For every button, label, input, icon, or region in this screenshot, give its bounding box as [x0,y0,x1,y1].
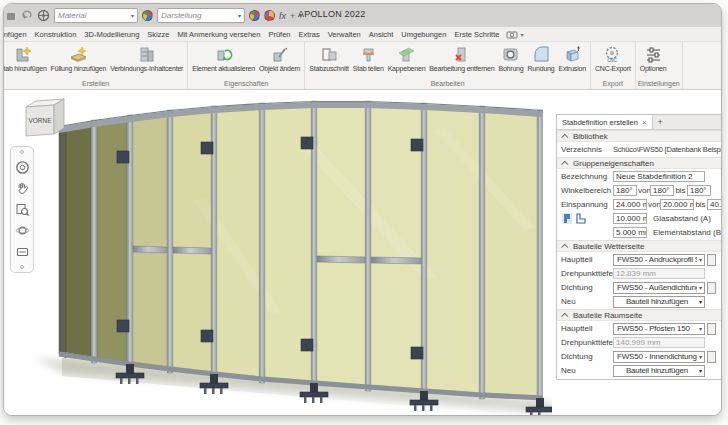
einspannung-input[interactable]: 24.000 mm [613,199,647,210]
add-infill-icon [69,45,88,64]
verzeichnis-label: Verzeichnis [561,145,613,154]
wetterseite-hauptteil-extra-button[interactable] [707,254,716,266]
wetterseite-dichtung-extra-button[interactable] [707,282,716,294]
chevron-down-icon: ▾ [699,298,702,305]
raumseite-neu-dropdown[interactable]: Bauteil hinzufügen ▾ [613,365,705,377]
element-spacing-profile-icon[interactable] [575,212,587,225]
glasabstand-input[interactable]: 10.000 mm [613,213,647,224]
fuellung-hinzufuegen-button[interactable]: Füllung hinzufügen [49,42,109,72]
chevron-down-icon: ▾ [699,353,702,360]
cnc-export-button[interactable]: CNC CNC-Export [593,42,633,72]
section-header-gruppeneigenschaften[interactable]: Gruppeneigenschaften [557,157,721,169]
bezeichnung-label: Bezeichnung [561,172,613,181]
material-sphere-icon[interactable] [142,10,153,21]
tab-ansicht[interactable]: Ansicht [365,30,398,39]
ribbon-group-label: Einstellungen [638,80,680,89]
raumseite-hauptteil-dropdown[interactable]: FWS50 - Pfosten 150 ▾ [613,323,705,335]
winkelbereich-input[interactable]: 180° [613,185,637,196]
add-quick-command-button[interactable]: + [290,11,295,21]
tab-skizze[interactable]: Skizze [143,30,173,39]
chevron-down-icon: ▾ [699,325,702,332]
navbar-options-dot-icon[interactable] [20,150,24,154]
kappebenen-button[interactable]: Kappebenen [386,42,428,72]
look-at-face-icon[interactable] [15,244,30,259]
split-profile-icon [359,45,378,64]
cnc-export-icon: CNC [603,45,622,64]
new-tab-button[interactable]: + [653,115,668,129]
camera-icon [506,30,518,39]
tab-3d-modellierung[interactable]: 3D-Modellierung [80,30,143,39]
tab-konstruktion[interactable]: Konstruktion [31,30,81,39]
orbit-icon[interactable] [15,223,30,238]
verzeichnis-value: Schüco\FWS50 [Datenbank Beispiel.pdl] [613,145,721,154]
material-dropdown[interactable]: Material ▾ [54,8,138,23]
winkelbereich-label: Winkelbereich [561,186,613,195]
section-header-raumseite[interactable]: Bauteile Raumseite [557,309,721,321]
tab-extras[interactable]: Extras [295,30,324,39]
bohrung-button[interactable]: Bohrung [496,42,525,72]
bezeichnung-input[interactable]: Neue Stabdefinition 2 [613,171,705,182]
tab-mit-anmerkung-versehen[interactable]: Mit Anmerkung versehen [173,30,264,39]
einspannung-label: Einspannung [561,200,613,209]
stabdefinition-panel: Stabdefinition erstellen × + Bibliothek … [556,114,721,380]
tab-pruefen[interactable]: Prüfen [264,30,294,39]
ribbon-group-label: Bearbeiten [307,80,588,89]
objekt-aendern-button[interactable]: Objekt ändern [257,42,302,72]
tab-erste-schritte[interactable]: Erste Schritte [450,30,503,39]
chevron-down-icon: ▾ [699,367,702,374]
ribbon-group-label: Erstellen [6,80,185,89]
view-cube[interactable]: VORNE [16,96,74,144]
stab-hinzufuegen-button[interactable]: Stab hinzufügen [4,42,49,72]
appearance-adjust-sphere-icon[interactable] [264,10,275,21]
einspannung-von-input[interactable]: 20.000 mm [660,199,694,210]
raumseite-dichtung-extra-button[interactable] [707,351,716,363]
stab-teilen-button[interactable]: Stab teilen [351,42,386,72]
tab-umgebungen[interactable]: Umgebungen [397,30,450,39]
undo-icon[interactable] [21,9,33,22]
steering-wheel-icon[interactable] [37,9,50,22]
bearbeitung-entfernen-button[interactable]: Bearbeitung entfernen [427,42,496,72]
tab-verwalten[interactable]: Verwalten [324,30,365,39]
elementabstand-input[interactable]: 5.000 mm [613,227,647,238]
panel-tab-title: Stabdefinition erstellen [562,118,638,127]
content-center-icon [137,45,156,64]
chevron-down-icon: ▾ [131,12,134,19]
appearance-sphere-icon[interactable] [249,10,260,21]
wetterseite-dichtung-dropdown[interactable]: FWS50 - Außendichtung 5mm ▾ [613,282,705,294]
winkelbereich-von-input[interactable]: 180° [650,185,674,196]
glass-spacing-profile-icon[interactable] [561,212,573,225]
raumseite-hauptteil-extra-button[interactable] [707,323,716,335]
winkelbereich-bis-input[interactable]: 180° [687,185,711,196]
wetterseite-neu-dropdown[interactable]: Bauteil hinzufügen ▾ [613,296,705,308]
fillet-icon [532,45,551,64]
zoom-window-icon[interactable] [15,202,30,217]
ribbon-group-label: Export [593,80,633,89]
pan-hand-icon[interactable] [15,181,30,196]
viewport-3d[interactable]: VORNE Stabdefinition erstellen × [4,90,721,415]
element-aktualisieren-button[interactable]: Element aktualisieren [190,42,257,72]
raumseite-dichtung-dropdown[interactable]: FWS50 - Innendichtung 9mm ▾ [613,351,705,363]
screen-capture-menu-button[interactable]: ▾ [503,30,526,39]
parameters-fx-button[interactable]: fx [279,11,286,21]
section-header-bibliothek[interactable]: Bibliothek [557,130,721,142]
close-icon[interactable]: × [642,118,647,127]
tab-stabdefinition-erstellen[interactable]: Stabdefinition erstellen × [557,115,653,129]
darstellung-dropdown[interactable]: Darstellung ▾ [157,8,245,23]
navbar-options-dot-icon[interactable] [20,265,24,269]
stabzuschnitt-button[interactable]: Stabzuschnitt [307,42,350,72]
navigation-wheel-icon[interactable] [15,160,30,175]
chevron-down-icon: ▾ [699,284,702,291]
view-cube-front-label: VORNE [28,117,52,124]
screenshot-stage: Material ▾ Darstellung ▾ fx + ▾ APOLLON … [0,0,728,425]
app-menu-icon[interactable] [4,9,17,22]
chevron-up-icon [561,243,568,250]
optionen-button[interactable]: Optionen [638,42,669,72]
extrusion-button[interactable]: Extrusion [557,42,588,72]
rundung-button[interactable]: Rundung [526,42,557,72]
verbindungs-inhaltcenter-button[interactable]: Verbindungs-Inhaltcenter [108,42,185,72]
tab-einfuegen[interactable]: Einfügen [4,30,31,39]
extrude-icon [563,45,582,64]
wetterseite-hauptteil-dropdown[interactable]: FWS50 - Andruckprofil SI ▾ [613,254,705,266]
section-header-wetterseite[interactable]: Bauteile Wetterseite [557,240,721,252]
einspannung-bis-input[interactable]: 40.000 mm [707,199,721,210]
